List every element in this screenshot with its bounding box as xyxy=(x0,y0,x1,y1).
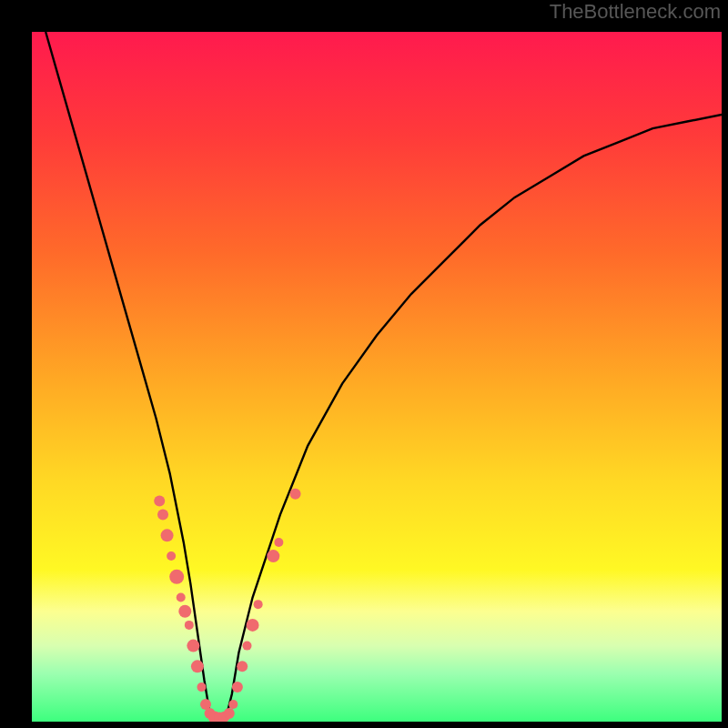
data-point xyxy=(197,682,206,692)
data-point xyxy=(224,708,235,719)
data-point xyxy=(232,682,243,693)
data-point xyxy=(254,600,263,609)
data-point xyxy=(247,619,259,632)
data-point xyxy=(167,551,176,561)
data-point xyxy=(185,621,194,630)
chart-frame: TheBottleneck.com xyxy=(0,0,728,728)
watermark-text: TheBottleneck.com xyxy=(550,0,721,24)
data-point xyxy=(178,605,191,618)
data-point xyxy=(157,510,168,521)
data-point xyxy=(169,570,184,584)
data-point xyxy=(290,489,301,500)
data-point xyxy=(228,700,238,709)
plot-area xyxy=(32,32,722,722)
bottleneck-curve xyxy=(46,32,722,722)
data-point xyxy=(267,550,279,562)
data-point xyxy=(154,495,165,506)
data-point xyxy=(237,661,248,672)
data-points xyxy=(154,489,300,722)
data-point xyxy=(274,538,283,547)
data-point xyxy=(187,640,199,652)
data-point xyxy=(191,660,204,672)
data-point xyxy=(243,642,252,651)
data-point xyxy=(161,529,174,541)
data-point xyxy=(177,593,186,602)
curve-svg xyxy=(32,32,722,722)
